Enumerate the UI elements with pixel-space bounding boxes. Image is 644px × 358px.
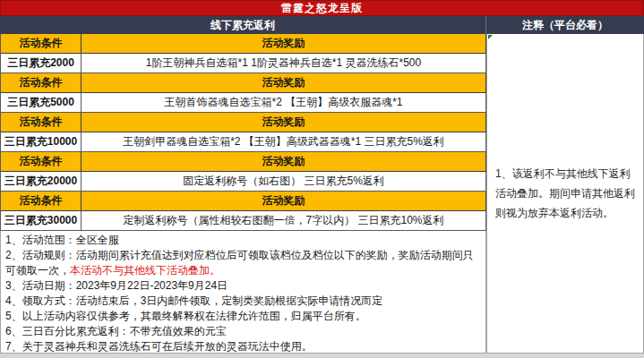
rule-note-line: 7、关于灵器神兵和灵器洗练石可在后续开放的灵器玩法中使用。 — [5, 339, 482, 354]
condition-cell: 三日累充5000 — [1, 93, 82, 113]
tier-table: 活动条件 活动奖励 三日累充2000 1阶王朝神兵自选箱*1 1阶灵器神兵自选*… — [0, 34, 486, 231]
section-header-annotation: 注释（平台必看） — [486, 16, 644, 34]
reward-header-cell: 活动奖励 — [82, 73, 486, 93]
rule-note-line: 5、以上活动内容仅供参考，其最终解释权在法律允许范围，归属平台所有。 — [5, 309, 482, 324]
section-header-rebate: 线下累充返利 — [0, 16, 486, 34]
reward-header-cell: 活动奖励 — [82, 192, 486, 211]
reward-cell: 王朝首饰器魂自选宝箱*2 【王朝】高级衣服器魂*1 — [82, 93, 486, 113]
rule-note-text: 3、活动日期：2023年9月22日-2023年9月24日 — [5, 279, 228, 292]
rule-note-line: 6、三日百分比累充返利：不带充值效果的元宝 — [5, 324, 482, 339]
tier-header-row: 活动条件 活动奖励 — [1, 34, 486, 54]
annotation-cell: 1、该返利不与其他线下返利活动叠加。期间申请其他返利则视为放弃本返利活动。 — [486, 34, 644, 354]
reward-header-cell: 活动奖励 — [82, 34, 486, 54]
reward-cell: 王朝剑甲器魂自选宝箱*2 【王朝】高级武器器魂*1 三日累充5%返利 — [82, 132, 486, 152]
rule-note-line: 4、领取方式：活动结束后，3日内邮件领取，定制类奖励根据实际申请情况而定 — [5, 294, 482, 309]
rule-note-line: 2、活动规则：活动期间累计充值达到对应档位后可领取该档位及档位以下的奖励，奖励活… — [5, 248, 482, 278]
rule-note-text: 1、活动范围：全区全服 — [5, 234, 119, 246]
reward-cell: 固定返利称号（如右图） 三日累充5%返利 — [82, 172, 486, 192]
reward-cell: 定制返利称号（属性相较右图翻一倍，7字以内） 三日累充10%返利 — [82, 211, 486, 231]
condition-header-cell: 活动条件 — [1, 73, 82, 93]
spreadsheet-page: 雷霆之怒龙呈版 线下累充返利 注释（平台必看） 活动条件 活动奖励 三日累充20… — [0, 0, 644, 354]
reward-header-cell: 活动奖励 — [82, 152, 486, 172]
condition-cell: 三日累充30000 — [1, 211, 82, 231]
condition-cell: 三日累充2000 — [1, 54, 82, 73]
tier-data-row: 三日累充20000 固定返利称号（如右图） 三日累充5%返利 — [1, 172, 486, 192]
rule-note-text: 4、领取方式：活动结束后，3日内邮件领取，定制类奖励根据实际申请情况而定 — [5, 294, 382, 307]
tier-data-row: 三日累充2000 1阶王朝神兵自选箱*1 1阶灵器神兵自选*1 灵器洗练石*50… — [1, 54, 486, 73]
rules-notes: 1、活动范围：全区全服 2、活动规则：活动期间累计充值达到对应档位后可领取该档位… — [0, 231, 486, 354]
rule-note-text: 5、以上活动内容仅供参考，其最终解释权在法律允许范围，归属平台所有。 — [5, 310, 366, 322]
condition-header-cell: 活动条件 — [1, 34, 82, 54]
page-title: 雷霆之怒龙呈版 — [281, 1, 363, 16]
section-header-rebate-label: 线下累充返利 — [210, 18, 275, 33]
tier-header-row: 活动条件 活动奖励 — [1, 152, 486, 172]
rule-note-warning-text: 本活动不与其他线下活动叠加。 — [70, 264, 220, 277]
rule-note-text: 6、三日百分比累充返利：不带充值效果的元宝 — [5, 325, 227, 337]
tier-header-row: 活动条件 活动奖励 — [1, 73, 486, 93]
condition-header-cell: 活动条件 — [1, 192, 82, 211]
title-banner: 雷霆之怒龙呈版 — [0, 0, 644, 16]
section-header-annotation-label: 注释（平台必看） — [522, 18, 608, 33]
condition-cell: 三日累充10000 — [1, 132, 82, 152]
content-area: 活动条件 活动奖励 三日累充2000 1阶王朝神兵自选箱*1 1阶灵器神兵自选*… — [0, 34, 644, 354]
section-header-row: 线下累充返利 注释（平台必看） — [0, 16, 644, 34]
condition-header-cell: 活动条件 — [1, 113, 82, 132]
tier-data-row: 三日累充30000 定制返利称号（属性相较右图翻一倍，7字以内） 三日累充10%… — [1, 211, 486, 231]
tier-data-row: 三日累充10000 王朝剑甲器魂自选宝箱*2 【王朝】高级武器器魂*1 三日累充… — [1, 132, 486, 152]
rule-note-text: 7、关于灵器神兵和灵器洗练石可在后续开放的灵器玩法中使用。 — [5, 340, 313, 353]
tier-header-row: 活动条件 活动奖励 — [1, 113, 486, 132]
cell-error-corner-icon — [488, 35, 493, 39]
reward-cell: 1阶王朝神兵自选箱*1 1阶灵器神兵自选*1 灵器洗练石*500 — [82, 54, 486, 73]
condition-cell: 三日累充20000 — [1, 172, 82, 192]
rule-note-line: 3、活动日期：2023年9月22日-2023年9月24日 — [5, 278, 482, 294]
tier-data-row: 三日累充5000 王朝首饰器魂自选宝箱*2 【王朝】高级衣服器魂*1 — [1, 93, 486, 113]
annotation-text: 1、该返利不与其他线下返利活动叠加。期间申请其他返利则视为放弃本返利活动。 — [487, 164, 643, 223]
condition-header-cell: 活动条件 — [1, 152, 82, 172]
tier-header-row: 活动条件 活动奖励 — [1, 192, 486, 211]
rebate-table-column: 活动条件 活动奖励 三日累充2000 1阶王朝神兵自选箱*1 1阶灵器神兵自选*… — [0, 34, 486, 354]
reward-header-cell: 活动奖励 — [82, 113, 486, 132]
rule-note-line: 1、活动范围：全区全服 — [5, 233, 482, 248]
